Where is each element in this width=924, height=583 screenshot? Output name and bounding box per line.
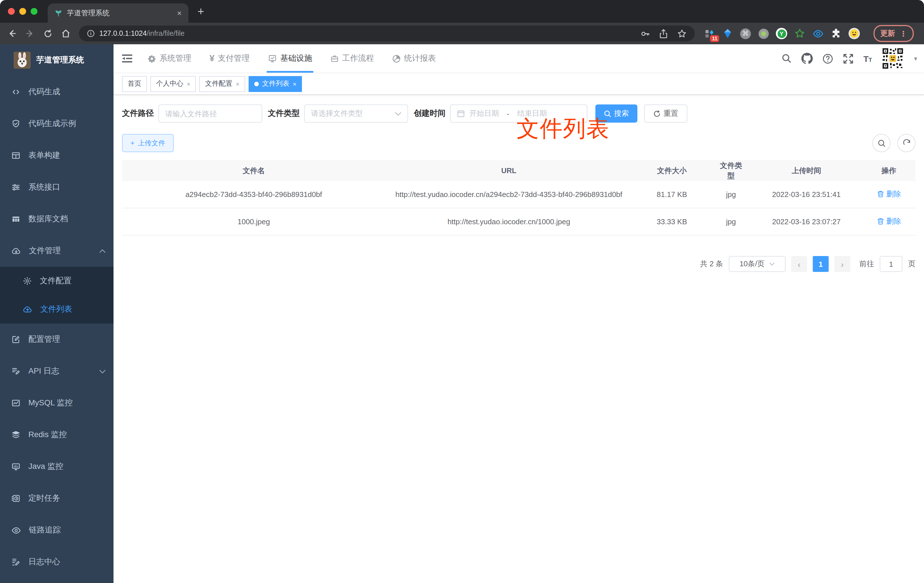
eye-icon [12, 527, 21, 534]
password-key-icon[interactable] [640, 29, 650, 38]
close-tab-icon[interactable]: × [293, 80, 297, 87]
page-tabs-bar: 首页 个人中心 × 文件配置 × 文件列表 × [114, 73, 924, 95]
trash-icon [876, 190, 884, 198]
extension-star-icon[interactable] [794, 28, 805, 39]
monitor-icon [12, 462, 20, 471]
avatar-caret-down-icon[interactable]: ▾ [914, 55, 917, 62]
forward-icon[interactable] [25, 28, 35, 39]
close-tab-icon[interactable]: × [187, 80, 190, 87]
fullscreen-icon[interactable] [843, 53, 854, 64]
sidebar-item-mysql-monitor[interactable]: MySQL 监控 [0, 387, 114, 419]
collapse-sidebar-icon[interactable] [114, 53, 139, 64]
main-area: 系统管理 ¥ 支付管理 基础设施 工作流程 统计报表 [114, 44, 924, 583]
page-tab-home[interactable]: 首页 [122, 76, 147, 92]
topnav-item-payment[interactable]: ¥ 支付管理 [200, 44, 259, 73]
sidebar-item-form-builder[interactable]: 表单构建 [0, 140, 114, 172]
calendar-icon [457, 109, 465, 117]
address-bar-actions [640, 29, 687, 38]
sidebar-item-system-api[interactable]: 系统接口 [0, 172, 114, 203]
new-tab-button[interactable]: + [198, 5, 204, 18]
delete-button[interactable]: 删除 [876, 215, 901, 227]
extensions-puzzle-icon[interactable] [830, 28, 842, 39]
sidebar-item-db-doc[interactable]: 数据库文档 [0, 203, 114, 235]
share-icon[interactable] [659, 29, 668, 38]
page-size-select[interactable]: 10条/页 [729, 256, 785, 272]
browser-update-button[interactable]: 更新 ⋮ [873, 25, 914, 42]
search-icon[interactable] [782, 53, 792, 64]
extension-y-icon[interactable]: Y [776, 28, 787, 39]
sidebar-item-file-list[interactable]: 文件列表 [0, 295, 114, 324]
form-grid-icon [12, 151, 20, 160]
extension-record-icon[interactable] [758, 28, 769, 39]
address-bar[interactable]: 127.0.0.1:1024/infra/file/file [79, 26, 695, 41]
app-window: 芋道管理系统 代码生成 代码生成示例 表单构建 系统接口 数据库文档 [0, 44, 924, 583]
reset-button[interactable]: 重置 [644, 104, 687, 122]
back-icon[interactable] [7, 28, 17, 39]
extension-kite-icon[interactable] [722, 28, 733, 39]
close-window-button[interactable] [8, 8, 15, 15]
avatar[interactable] [882, 47, 904, 70]
delete-button[interactable]: 删除 [876, 188, 901, 200]
close-tab-icon[interactable]: × [177, 8, 182, 18]
extension-icons: 11 ⌘ Y [704, 28, 860, 39]
app-logo-row[interactable]: 芋道管理系统 [0, 44, 114, 76]
home-icon[interactable] [61, 28, 71, 39]
topnav-item-system[interactable]: 系统管理 [139, 44, 200, 73]
cell-url: http://test.yudao.iocoder.cn/1000.jpeg [385, 208, 632, 235]
profile-emoji-icon[interactable] [848, 28, 860, 39]
sidebar-item-code-generation[interactable]: 代码生成 [0, 76, 114, 108]
date-separator: - [503, 109, 513, 118]
sidebar-item-java-monitor[interactable]: Java 监控 [0, 451, 114, 482]
browser-menu-kebab-icon[interactable]: ⋮ [899, 29, 907, 38]
cell-file-name: a294ecb2-73dd-4353-bf40-296b8931d0bf [122, 181, 385, 208]
sidebar-item-tracing[interactable]: 链路追踪 [0, 514, 114, 546]
sidebar-item-config-management[interactable]: 配置管理 [0, 324, 114, 355]
topnav-item-workflow[interactable]: 工作流程 [321, 44, 383, 73]
github-icon[interactable] [802, 53, 813, 64]
sidebar-item-file-config[interactable]: 文件配置 [0, 267, 114, 295]
sidebar-item-code-gen-example[interactable]: 代码生成示例 [0, 108, 114, 140]
screen: 芋道管理系统 × + 127.0.0.1:1024/infra/f [0, 0, 924, 583]
upload-file-button[interactable]: + 上传文件 [122, 134, 174, 152]
topnav-item-infrastructure[interactable]: 基础设施 [259, 44, 321, 73]
favicon-sprout-icon [54, 9, 63, 17]
browser-toolbar: 127.0.0.1:1024/infra/file/file 11 [0, 23, 924, 44]
prev-page-button[interactable]: ‹ [791, 256, 807, 272]
file-path-input[interactable] [158, 104, 262, 122]
database-table-icon [12, 215, 20, 224]
browser-tab[interactable]: 芋道管理系统 × [48, 3, 188, 23]
close-tab-icon[interactable]: × [236, 80, 239, 87]
site-info-icon[interactable] [87, 30, 95, 38]
topnav-item-reports[interactable]: 统计报表 [383, 44, 445, 73]
sidebar-item-file-management[interactable]: 文件管理 [0, 235, 114, 267]
page-number-button[interactable]: 1 [813, 256, 829, 272]
font-size-icon[interactable]: TT [863, 54, 872, 63]
extension-eye-icon[interactable] [812, 28, 823, 39]
extension-command-icon[interactable]: ⌘ [740, 28, 751, 39]
page-tab-file-config[interactable]: 文件配置 × [200, 76, 245, 92]
next-page-button[interactable]: › [834, 256, 850, 272]
file-path-label: 文件路径 [122, 109, 154, 119]
header-actions: TT ▾ [782, 47, 924, 70]
sidebar-item-redis-monitor[interactable]: Redis 监控 [0, 419, 114, 451]
update-label: 更新 [880, 28, 895, 39]
goto-page-input[interactable] [880, 256, 903, 272]
sidebar-item-api-log[interactable]: API 日志 [0, 355, 114, 387]
file-type-select[interactable]: 请选择文件类型 [304, 104, 408, 122]
minimize-window-button[interactable] [19, 8, 26, 15]
refresh-table-button[interactable] [897, 134, 916, 152]
bookmark-star-icon[interactable] [677, 29, 687, 38]
zoom-window-button[interactable] [31, 8, 38, 15]
sidebar-item-scheduled-tasks[interactable]: 定时任务 [0, 482, 114, 514]
show-search-toggle-button[interactable] [872, 134, 891, 152]
page-tab-file-list[interactable]: 文件列表 × [249, 76, 302, 92]
filter-file-type: 文件类型 请选择文件类型 [268, 104, 408, 122]
pagination: 共 2 条 10条/页 ‹ 1 › 前往 页 [122, 256, 916, 272]
help-icon[interactable] [822, 53, 833, 64]
page-tab-profile[interactable]: 个人中心 × [150, 76, 196, 92]
col-actions: 操作 [863, 160, 916, 181]
extension-grid-icon[interactable]: 11 [704, 28, 715, 39]
browser-tabstrip: 芋道管理系统 × + [0, 0, 924, 23]
reload-icon[interactable] [43, 29, 53, 38]
sidebar-item-log-center[interactable]: 日志中心 [0, 546, 114, 578]
